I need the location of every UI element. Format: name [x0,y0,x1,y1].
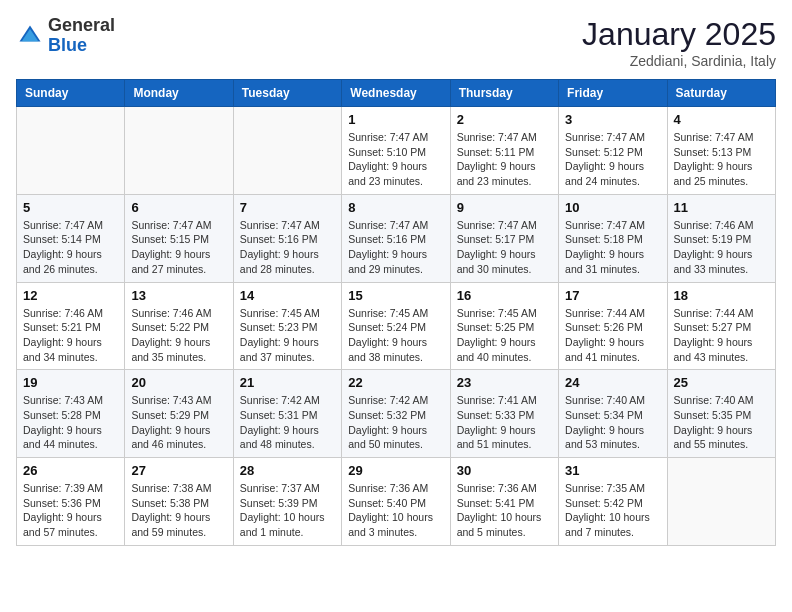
logo-general: General [48,15,115,35]
logo: General Blue [16,16,115,56]
calendar-cell [125,107,233,195]
day-info: Sunrise: 7:47 AM Sunset: 5:12 PM Dayligh… [565,130,660,189]
day-number: 19 [23,375,118,390]
day-number: 4 [674,112,769,127]
day-number: 31 [565,463,660,478]
day-number: 1 [348,112,443,127]
day-number: 6 [131,200,226,215]
calendar-week-row: 26Sunrise: 7:39 AM Sunset: 5:36 PM Dayli… [17,458,776,546]
calendar-cell: 22Sunrise: 7:42 AM Sunset: 5:32 PM Dayli… [342,370,450,458]
title-block: January 2025 Zeddiani, Sardinia, Italy [582,16,776,69]
day-number: 22 [348,375,443,390]
calendar-cell: 27Sunrise: 7:38 AM Sunset: 5:38 PM Dayli… [125,458,233,546]
logo-icon [16,22,44,50]
day-info: Sunrise: 7:41 AM Sunset: 5:33 PM Dayligh… [457,393,552,452]
calendar-cell: 10Sunrise: 7:47 AM Sunset: 5:18 PM Dayli… [559,194,667,282]
day-number: 15 [348,288,443,303]
day-info: Sunrise: 7:46 AM Sunset: 5:21 PM Dayligh… [23,306,118,365]
logo-text: General Blue [48,16,115,56]
weekday-header: Friday [559,80,667,107]
calendar-cell: 17Sunrise: 7:44 AM Sunset: 5:26 PM Dayli… [559,282,667,370]
weekday-header-row: SundayMondayTuesdayWednesdayThursdayFrid… [17,80,776,107]
calendar-cell: 30Sunrise: 7:36 AM Sunset: 5:41 PM Dayli… [450,458,558,546]
day-number: 20 [131,375,226,390]
day-info: Sunrise: 7:45 AM Sunset: 5:23 PM Dayligh… [240,306,335,365]
day-info: Sunrise: 7:47 AM Sunset: 5:11 PM Dayligh… [457,130,552,189]
weekday-header: Wednesday [342,80,450,107]
day-number: 5 [23,200,118,215]
day-number: 3 [565,112,660,127]
day-number: 13 [131,288,226,303]
day-number: 16 [457,288,552,303]
day-number: 21 [240,375,335,390]
day-info: Sunrise: 7:46 AM Sunset: 5:19 PM Dayligh… [674,218,769,277]
calendar-cell: 24Sunrise: 7:40 AM Sunset: 5:34 PM Dayli… [559,370,667,458]
day-info: Sunrise: 7:44 AM Sunset: 5:27 PM Dayligh… [674,306,769,365]
logo-blue: Blue [48,35,87,55]
calendar-week-row: 12Sunrise: 7:46 AM Sunset: 5:21 PM Dayli… [17,282,776,370]
day-info: Sunrise: 7:47 AM Sunset: 5:18 PM Dayligh… [565,218,660,277]
calendar-cell [233,107,341,195]
calendar-cell: 7Sunrise: 7:47 AM Sunset: 5:16 PM Daylig… [233,194,341,282]
month-title: January 2025 [582,16,776,53]
calendar-cell: 8Sunrise: 7:47 AM Sunset: 5:16 PM Daylig… [342,194,450,282]
day-info: Sunrise: 7:47 AM Sunset: 5:14 PM Dayligh… [23,218,118,277]
day-number: 23 [457,375,552,390]
weekday-header: Tuesday [233,80,341,107]
calendar-cell: 18Sunrise: 7:44 AM Sunset: 5:27 PM Dayli… [667,282,775,370]
calendar-cell: 20Sunrise: 7:43 AM Sunset: 5:29 PM Dayli… [125,370,233,458]
weekday-header: Saturday [667,80,775,107]
calendar-table: SundayMondayTuesdayWednesdayThursdayFrid… [16,79,776,546]
day-info: Sunrise: 7:43 AM Sunset: 5:28 PM Dayligh… [23,393,118,452]
calendar-cell: 13Sunrise: 7:46 AM Sunset: 5:22 PM Dayli… [125,282,233,370]
calendar-cell: 26Sunrise: 7:39 AM Sunset: 5:36 PM Dayli… [17,458,125,546]
weekday-header: Thursday [450,80,558,107]
calendar-cell: 28Sunrise: 7:37 AM Sunset: 5:39 PM Dayli… [233,458,341,546]
calendar-cell: 12Sunrise: 7:46 AM Sunset: 5:21 PM Dayli… [17,282,125,370]
calendar-cell: 5Sunrise: 7:47 AM Sunset: 5:14 PM Daylig… [17,194,125,282]
day-number: 11 [674,200,769,215]
calendar-cell: 25Sunrise: 7:40 AM Sunset: 5:35 PM Dayli… [667,370,775,458]
day-info: Sunrise: 7:45 AM Sunset: 5:24 PM Dayligh… [348,306,443,365]
day-info: Sunrise: 7:45 AM Sunset: 5:25 PM Dayligh… [457,306,552,365]
day-info: Sunrise: 7:47 AM Sunset: 5:17 PM Dayligh… [457,218,552,277]
day-number: 8 [348,200,443,215]
day-number: 30 [457,463,552,478]
day-number: 27 [131,463,226,478]
day-info: Sunrise: 7:35 AM Sunset: 5:42 PM Dayligh… [565,481,660,540]
calendar-cell: 21Sunrise: 7:42 AM Sunset: 5:31 PM Dayli… [233,370,341,458]
day-info: Sunrise: 7:47 AM Sunset: 5:10 PM Dayligh… [348,130,443,189]
calendar-week-row: 5Sunrise: 7:47 AM Sunset: 5:14 PM Daylig… [17,194,776,282]
day-info: Sunrise: 7:42 AM Sunset: 5:31 PM Dayligh… [240,393,335,452]
calendar-cell: 31Sunrise: 7:35 AM Sunset: 5:42 PM Dayli… [559,458,667,546]
day-number: 26 [23,463,118,478]
day-number: 2 [457,112,552,127]
day-info: Sunrise: 7:37 AM Sunset: 5:39 PM Dayligh… [240,481,335,540]
day-info: Sunrise: 7:47 AM Sunset: 5:16 PM Dayligh… [240,218,335,277]
calendar-week-row: 1Sunrise: 7:47 AM Sunset: 5:10 PM Daylig… [17,107,776,195]
page-header: General Blue January 2025 Zeddiani, Sard… [16,16,776,69]
calendar-cell: 9Sunrise: 7:47 AM Sunset: 5:17 PM Daylig… [450,194,558,282]
day-number: 28 [240,463,335,478]
day-info: Sunrise: 7:47 AM Sunset: 5:16 PM Dayligh… [348,218,443,277]
day-info: Sunrise: 7:39 AM Sunset: 5:36 PM Dayligh… [23,481,118,540]
day-number: 24 [565,375,660,390]
day-info: Sunrise: 7:40 AM Sunset: 5:34 PM Dayligh… [565,393,660,452]
day-info: Sunrise: 7:46 AM Sunset: 5:22 PM Dayligh… [131,306,226,365]
calendar-cell: 19Sunrise: 7:43 AM Sunset: 5:28 PM Dayli… [17,370,125,458]
day-info: Sunrise: 7:43 AM Sunset: 5:29 PM Dayligh… [131,393,226,452]
weekday-header: Monday [125,80,233,107]
day-number: 17 [565,288,660,303]
calendar-week-row: 19Sunrise: 7:43 AM Sunset: 5:28 PM Dayli… [17,370,776,458]
calendar-cell: 11Sunrise: 7:46 AM Sunset: 5:19 PM Dayli… [667,194,775,282]
calendar-cell [667,458,775,546]
calendar-cell: 6Sunrise: 7:47 AM Sunset: 5:15 PM Daylig… [125,194,233,282]
calendar-cell: 14Sunrise: 7:45 AM Sunset: 5:23 PM Dayli… [233,282,341,370]
day-number: 29 [348,463,443,478]
calendar-cell: 29Sunrise: 7:36 AM Sunset: 5:40 PM Dayli… [342,458,450,546]
day-info: Sunrise: 7:47 AM Sunset: 5:15 PM Dayligh… [131,218,226,277]
calendar-cell: 3Sunrise: 7:47 AM Sunset: 5:12 PM Daylig… [559,107,667,195]
day-info: Sunrise: 7:40 AM Sunset: 5:35 PM Dayligh… [674,393,769,452]
day-info: Sunrise: 7:42 AM Sunset: 5:32 PM Dayligh… [348,393,443,452]
day-number: 18 [674,288,769,303]
